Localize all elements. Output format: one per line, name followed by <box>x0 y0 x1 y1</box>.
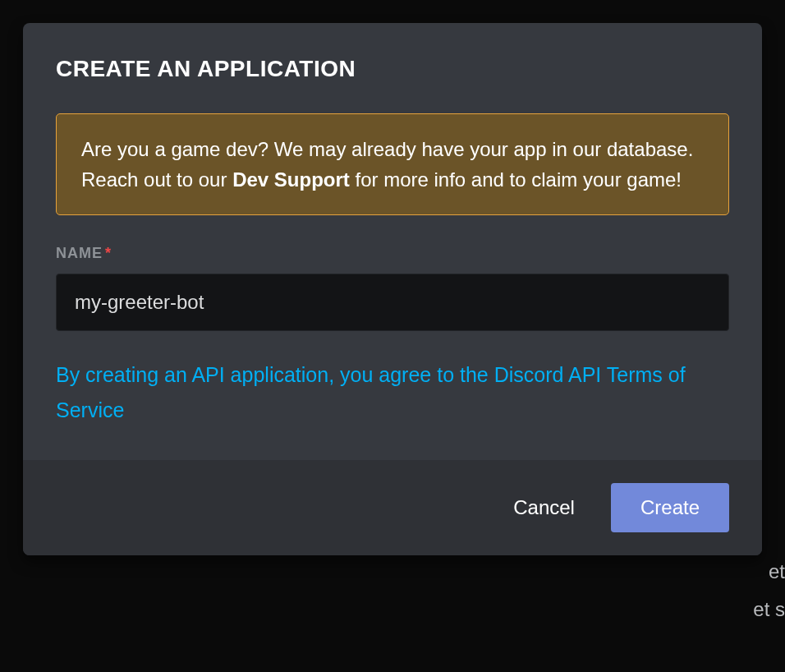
dev-support-link[interactable]: Dev Support <box>232 168 350 191</box>
notice-suffix: for more info and to claim your game! <box>350 168 682 191</box>
modal-footer: Cancel Create <box>23 460 762 555</box>
create-application-modal: CREATE AN APPLICATION Are you a game dev… <box>23 23 762 555</box>
background-text: et s <box>753 598 785 621</box>
game-dev-notice: Are you a game dev? We may already have … <box>56 113 729 215</box>
modal-body: CREATE AN APPLICATION Are you a game dev… <box>23 23 762 460</box>
background-text: et <box>769 560 785 583</box>
required-indicator: * <box>105 245 112 261</box>
name-field-label: NAME* <box>56 245 729 262</box>
application-name-input[interactable] <box>56 274 729 331</box>
cancel-button[interactable]: Cancel <box>493 483 594 532</box>
create-button[interactable]: Create <box>611 483 729 532</box>
notice-text: Are you a game dev? We may already have … <box>81 134 704 195</box>
modal-title: CREATE AN APPLICATION <box>56 56 729 82</box>
terms-of-service-link[interactable]: By creating an API application, you agre… <box>56 357 729 427</box>
name-label-text: NAME <box>56 245 103 261</box>
